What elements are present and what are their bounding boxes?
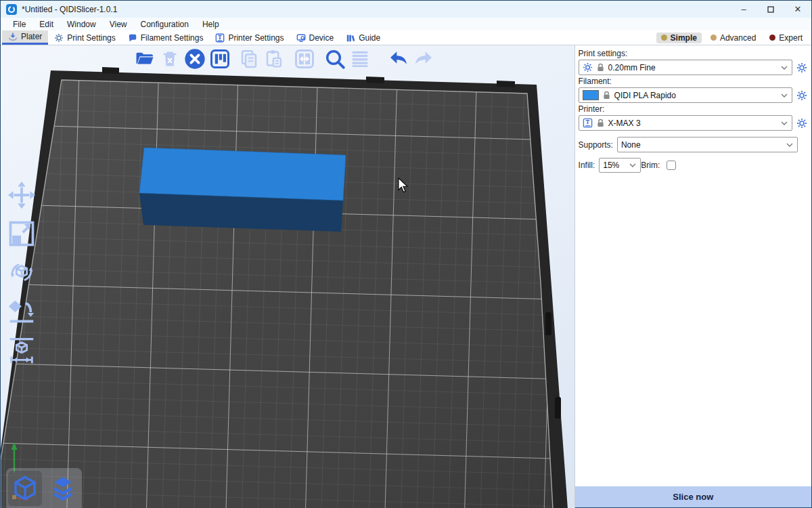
slice-now-button[interactable]: Slice now [575, 486, 811, 507]
tab-filament-settings[interactable]: Filament Settings [122, 30, 210, 45]
editor-view-button[interactable] [8, 471, 42, 506]
infill-combo[interactable]: 15% [599, 158, 641, 173]
scale-tool-button[interactable] [5, 218, 39, 249]
lock-icon [603, 91, 610, 100]
tab-print-settings[interactable]: Print Settings [48, 30, 121, 45]
redo-button[interactable] [412, 47, 435, 70]
delete-trash-icon [160, 49, 179, 68]
device-icon [296, 33, 306, 43]
place-on-face-icon [6, 295, 37, 326]
simple-mode-dot [661, 35, 667, 41]
bed-side-clip [545, 312, 551, 335]
redo-icon [413, 48, 434, 70]
chevron-down-icon [781, 66, 788, 70]
menu-configuration[interactable]: Configuration [134, 20, 196, 29]
preview-layers-icon [48, 473, 78, 503]
menu-help[interactable]: Help [196, 20, 226, 29]
filament-label: Filament: [579, 77, 807, 86]
split-instances-icon [294, 49, 315, 69]
print-settings-combo[interactable]: 0.20mm Fine [579, 60, 792, 75]
preview-view-button[interactable] [46, 471, 80, 506]
menu-window[interactable]: Window [60, 20, 103, 29]
edit-filament-gear-icon[interactable] [796, 90, 807, 101]
bed-clip [102, 67, 119, 74]
infill-label: Infill: [579, 161, 595, 170]
paste-button[interactable] [263, 47, 286, 70]
brim-checkbox[interactable] [667, 161, 676, 170]
menubar: File Edit Window View Configuration Help [1, 18, 811, 30]
gizmo-toolbar [5, 179, 39, 365]
bed-clip [366, 77, 384, 83]
tab-device[interactable]: Device [290, 30, 340, 45]
delete-all-icon [184, 48, 206, 70]
supports-combo[interactable]: None [617, 137, 798, 152]
window-title: *Untitled - QIDISlicer-1.0.1 [22, 5, 117, 14]
menu-view[interactable]: View [103, 20, 134, 29]
tab-guide[interactable]: Guide [340, 30, 386, 45]
infill-value: 15% [603, 161, 625, 170]
mode-switcher: Simple Advanced Expert [656, 30, 811, 45]
variable-layer-height-button[interactable] [348, 47, 371, 70]
edit-printer-gear-icon[interactable] [796, 118, 807, 129]
expert-mode-dot [769, 35, 775, 41]
edit-print-settings-gear-icon[interactable] [796, 62, 807, 73]
printer-value: X-MAX 3 [608, 119, 777, 128]
move-tool-button[interactable] [5, 179, 39, 211]
filament-color-swatch [583, 90, 599, 100]
copy-button[interactable] [238, 47, 261, 70]
measure-icon [6, 334, 37, 365]
bed-clip [497, 81, 515, 87]
print-settings-value: 0.20mm Fine [608, 63, 777, 72]
menu-edit[interactable]: Edit [32, 20, 60, 29]
delete-button[interactable] [158, 47, 181, 70]
undo-icon [388, 48, 409, 70]
arrange-button[interactable] [208, 47, 231, 70]
print-settings-label: Print settings: [579, 49, 807, 58]
split-instances-button[interactable] [293, 47, 316, 70]
open-folder-icon [135, 49, 155, 69]
print-bed-scene [1, 45, 575, 508]
lock-icon [597, 63, 604, 72]
undo-button[interactable] [387, 47, 410, 70]
minimize-button[interactable]: – [730, 1, 757, 18]
close-button[interactable]: ✕ [784, 1, 811, 18]
maximize-button[interactable] [757, 1, 784, 18]
chevron-down-icon [781, 93, 788, 98]
mode-expert[interactable]: Expert [765, 33, 807, 43]
search-button[interactable] [323, 47, 346, 70]
place-on-face-tool-button[interactable] [5, 295, 39, 326]
model-box-top-face [139, 148, 346, 200]
maximize-icon [767, 6, 774, 13]
filament-combo[interactable]: QIDI PLA Rapido [579, 87, 792, 103]
printer-combo[interactable]: X-MAX 3 [579, 115, 792, 131]
printer-icon [583, 118, 593, 128]
mode-advanced[interactable]: Advanced [706, 33, 761, 43]
delete-all-button[interactable] [183, 47, 206, 70]
plater-toolbar [133, 47, 437, 70]
copy-icon [239, 49, 259, 69]
print-settings-gear-icon [54, 33, 64, 43]
filament-icon [128, 33, 137, 43]
supports-value: None [621, 140, 782, 150]
chevron-down-icon [781, 121, 788, 125]
paste-icon [264, 49, 284, 69]
printer-label: Printer: [579, 104, 807, 114]
guide-icon [346, 33, 355, 43]
arrange-icon [210, 49, 230, 69]
tab-printer-settings[interactable]: Printer Settings [209, 30, 290, 45]
rotate-tool-button[interactable] [5, 257, 39, 288]
measure-tool-button[interactable] [5, 334, 39, 365]
printer-settings-icon [215, 33, 225, 43]
tab-plater[interactable]: Plater [2, 30, 48, 45]
3d-viewport[interactable] [1, 45, 575, 508]
filament-value: QIDI PLA Rapido [614, 91, 777, 100]
bed-side-clip [555, 397, 561, 419]
lock-icon [597, 119, 604, 127]
3d-editor-cube-icon [11, 474, 39, 503]
mode-simple[interactable]: Simple [656, 33, 702, 43]
preset-gear-icon [583, 62, 593, 72]
tabbar: Plater Print Settings Filament Settings … [1, 30, 811, 45]
menu-file[interactable]: File [6, 20, 32, 29]
app-window: *Untitled - QIDISlicer-1.0.1 – ✕ File Ed… [0, 0, 812, 508]
open-button[interactable] [133, 47, 156, 70]
